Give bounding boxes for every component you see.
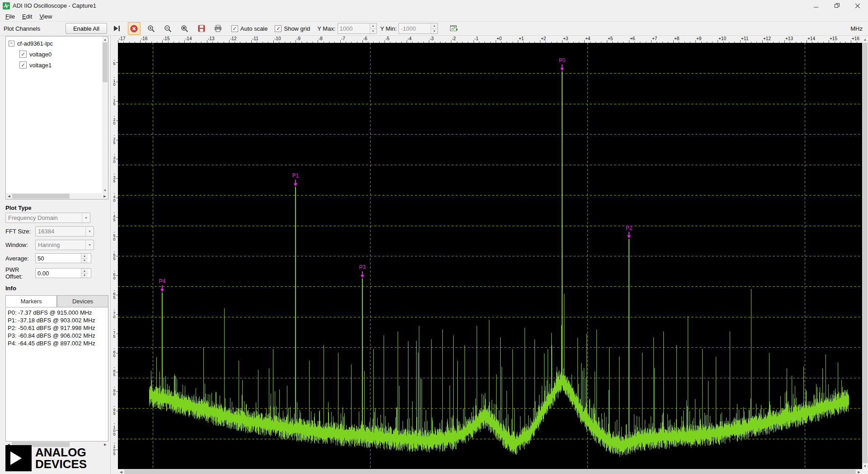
scroll-down-icon[interactable]: ▼ [862,463,868,469]
plot-type-select[interactable]: Frequency Domain ▼ [5,213,90,223]
window-label: Window: [5,242,35,248]
x-axis-tick [740,40,741,43]
scrollbar-thumb[interactable] [124,469,856,474]
x-axis-tick [518,40,518,43]
channel-checkbox[interactable]: ✓ [19,61,27,69]
device-label: cf-ad9361-lpc [17,40,53,47]
plot-vertical-scrollbar[interactable]: ▼ [862,43,868,469]
save-plot-button[interactable] [196,23,207,34]
plot-horizontal-scrollbar[interactable]: ◀ ▶ [118,469,862,474]
fft-plot-canvas[interactable] [118,43,862,469]
tab-devices[interactable]: Devices [57,295,108,307]
y-min-input[interactable] [399,23,431,33]
minimize-button[interactable] [806,0,826,11]
close-button[interactable] [847,0,868,11]
x-axis-minor-tick [168,42,169,43]
expander-icon[interactable]: − [9,41,14,46]
marker-line[interactable]: P4: -64.45 dBFS @ 897.002 MHz [8,339,106,347]
scrollbar-thumb[interactable] [103,42,108,82]
pwr-offset-up-arrow[interactable]: ▲ [81,269,88,274]
menu-edit[interactable]: Edit [19,12,36,21]
restore-button[interactable] [826,0,847,11]
tree-vertical-scrollbar[interactable]: ▲ ▼ [102,37,108,193]
x-axis-tick [784,40,785,43]
show-grid-toggle[interactable]: ✓ Show grid [275,25,310,32]
menu-file[interactable]: File [2,12,19,21]
plot-vscroll-up[interactable]: ▲ [862,36,868,43]
y-max-input[interactable] [338,23,370,33]
scroll-up-icon[interactable]: ▲ [863,37,867,42]
scroll-left-icon[interactable]: ◀ [6,193,12,199]
x-axis-label: +5 [608,36,613,41]
x-axis-minor-tick [462,42,463,43]
x-axis-tick [851,40,851,43]
x-axis-tick [318,40,318,43]
channel-label: voltage1 [29,62,52,69]
y-max-down-arrow[interactable]: ▼ [370,29,376,34]
y-min-down-arrow[interactable]: ▼ [431,29,437,34]
x-axis-label: -15 [163,36,169,41]
tree-row-channel[interactable]: ✓voltage1 [6,60,102,70]
new-plot-button[interactable] [448,23,460,34]
x-axis-minor-tick [723,42,724,43]
zoom-out-button[interactable] [162,23,174,34]
y-min-up-arrow[interactable]: ▲ [431,23,437,29]
print-button[interactable] [212,23,224,34]
tree-row-channel[interactable]: ✓voltage0 [6,49,102,60]
x-axis-minor-tick [418,42,418,43]
x-axis-label: -14 [185,36,192,41]
scrollbar-thumb[interactable] [863,43,868,463]
y-axis-label: -50 [112,230,117,241]
title-bar[interactable]: ADI IIO Oscilloscope - Capture1 [0,0,868,11]
scrollbar-thumb[interactable] [12,194,70,199]
x-axis-minor-tick [501,42,502,43]
x-axis-minor-tick [401,42,402,43]
auto-scale-toggle[interactable]: ✓ Auto scale [231,25,268,32]
tab-markers[interactable]: Markers [5,295,57,307]
x-axis-tick [207,40,207,43]
menu-view[interactable]: View [36,12,56,21]
auto-scale-checkbox[interactable]: ✓ [231,25,238,32]
x-axis-minor-tick [507,42,507,43]
scroll-right-icon[interactable]: ▶ [102,441,108,447]
average-down-arrow[interactable]: ▼ [81,259,88,263]
scroll-left-icon[interactable]: ◀ [118,469,124,474]
x-axis-minor-tick [346,42,346,43]
marker-line[interactable]: P2: -50.61 dBFS @ 917.998 MHz [8,324,106,332]
marker-list[interactable]: P0: -7.37 dBFS @ 915.000 MHzP1: -37.18 d… [5,307,108,441]
zoom-fit-button[interactable] [179,23,191,34]
x-axis-label: -17 [119,36,125,41]
x-axis-minor-tick [390,42,390,43]
marker-line[interactable]: P3: -60.84 dBFS @ 906.002 MHz [8,332,106,339]
channel-checkbox[interactable]: ✓ [19,51,27,58]
pwr-offset-down-arrow[interactable]: ▼ [81,274,88,278]
capture-stop-button[interactable] [128,22,141,35]
pwr-offset-input[interactable] [36,269,81,278]
average-up-arrow[interactable]: ▲ [81,254,88,259]
scroll-up-icon[interactable]: ▲ [102,37,108,42]
show-grid-checkbox[interactable]: ✓ [275,25,282,32]
tree-row-device[interactable]: −cf-ad9361-lpc [6,38,102,49]
x-axis-tick [407,40,407,43]
tree-horizontal-scrollbar[interactable]: ◀ ▶ [6,193,108,199]
scroll-right-icon[interactable]: ▶ [102,193,108,199]
average-input[interactable] [36,254,81,263]
scroll-down-icon[interactable]: ▼ [102,187,108,193]
x-axis-minor-tick [368,42,368,43]
zoom-in-button[interactable] [145,23,157,34]
y-min-label: Y Min: [380,25,397,32]
adi-logo-mark [5,445,32,471]
x-axis-minor-tick [590,42,591,43]
y-max-up-arrow[interactable]: ▲ [370,23,376,29]
marker-line[interactable]: P1: -37.18 dBFS @ 903.002 MHz [8,316,106,324]
ruler-corner [111,36,118,43]
marker-line[interactable]: P0: -7.37 dBFS @ 915.000 MHz [8,309,106,316]
enable-all-button[interactable]: Enable All [66,23,107,34]
fft-size-select[interactable]: 16384 ▼ [35,226,94,237]
x-axis-label: -11 [252,36,258,41]
x-axis-minor-tick [523,42,524,43]
scroll-right-icon[interactable]: ▶ [856,469,862,474]
scroll-corner [111,469,118,474]
capture-play-button[interactable] [111,23,123,34]
window-select[interactable]: Hanning ▼ [35,240,94,250]
